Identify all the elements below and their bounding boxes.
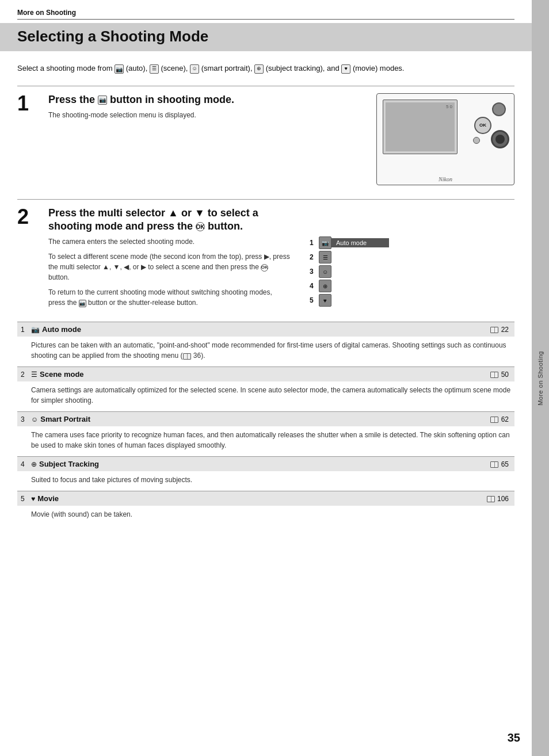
menu-icon-2: ☰: [319, 251, 331, 264]
ok-button: OK: [474, 117, 491, 134]
side-tab: More on Shooting: [532, 0, 549, 756]
table-icon-2: ☰: [31, 371, 37, 379]
table-num-3: 3: [17, 415, 31, 423]
table-row-1: 1 📷 Auto mode 22 Pictures can be taken w…: [17, 322, 514, 366]
table-body-2: Camera settings are automatically optimi…: [17, 381, 514, 411]
camera-screen-inner: 5 0: [386, 102, 455, 151]
step-1-heading: Press the 📷 button in shooting mode.: [48, 93, 290, 106]
menu-diagram: 1 📷 Auto mode 2 ☰ 3 ☺ 4: [310, 236, 389, 308]
table-num-1: 1: [17, 326, 31, 334]
table-label-3: Smart Portrait: [40, 415, 490, 423]
table-header-row-1: 1 📷 Auto mode 22: [17, 322, 514, 337]
step-1-image: 5 0 OK Nikon: [376, 93, 514, 185]
table-page-2: 50: [490, 371, 514, 379]
top-header-text: More on Shooting: [17, 9, 76, 17]
table-header-row-4: 4 ⊕ Subject Tracking 65: [17, 457, 514, 471]
table-body-1: Pictures can be taken with an automatic,…: [17, 337, 514, 366]
camera-lens: [491, 130, 509, 148]
modes-table: 1 📷 Auto mode 22 Pictures can be taken w…: [17, 322, 514, 525]
step-2-desc2: To select a different scene mode (the se…: [48, 251, 290, 282]
step-1-description: The shooting-mode selection menu is disp…: [48, 110, 290, 120]
ok-icon-2: OK: [261, 264, 268, 272]
page-number: 35: [508, 731, 520, 744]
table-row-2: 2 ☰ Scene mode 50 Camera settings are au…: [17, 366, 514, 411]
menu-row-3: 3 ☺: [310, 265, 389, 278]
table-row-3: 3 ☺ Smart Portrait 62 The camera uses fa…: [17, 411, 514, 456]
menu-row-5: 5 ♥: [310, 294, 389, 307]
table-icon-5: ♥: [31, 495, 35, 503]
step-1-content: Press the 📷 button in shooting mode. The…: [48, 93, 371, 185]
table-header-row-3: 3 ☺ Smart Portrait 62: [17, 412, 514, 426]
table-page-5: 106: [487, 495, 514, 503]
table-body-5: Movie (with sound) can be taken.: [17, 506, 514, 525]
menu-row-4: 4 ⊕: [310, 280, 389, 292]
step-2-number: 2: [17, 207, 40, 308]
table-page-1: 22: [490, 326, 514, 334]
menu-num-5: 5: [310, 296, 319, 304]
step-1: 1 Press the 📷 button in shooting mode. T…: [17, 86, 514, 185]
camera-diagram: 5 0 OK Nikon: [376, 93, 514, 185]
table-body-4: Suited to focus and take pictures of mov…: [17, 471, 514, 491]
step-2-desc3: To return to the current shooting mode w…: [48, 287, 290, 308]
menu-num-3: 3: [310, 268, 319, 276]
menu-icon-1: 📷: [319, 236, 331, 249]
step-2-heading: Press the multi selector ▲ or ▼ to selec…: [48, 207, 290, 234]
table-label-1: Auto mode: [42, 325, 490, 334]
nikon-label: Nikon: [439, 176, 452, 182]
table-row-5: 5 ♥ Movie 106 Movie (with sound) can be …: [17, 491, 514, 525]
menu-icon-4: ⊕: [319, 280, 331, 292]
menu-num-1: 1: [310, 239, 319, 247]
step-2: 2 Press the multi selector ▲ or ▼ to sel…: [17, 199, 514, 308]
table-body-3: The camera uses face priority to recogni…: [17, 426, 514, 456]
camera-screen: 5 0: [383, 100, 458, 154]
menu-row-2: 2 ☰: [310, 251, 389, 264]
top-header: More on Shooting: [17, 8, 514, 20]
menu-icon-3: ☺: [319, 265, 331, 278]
page-title: Selecting a Shooting Mode: [17, 28, 514, 45]
step-2-content: Press the multi selector ▲ or ▼ to selec…: [48, 207, 514, 308]
mode-dial: [492, 102, 506, 116]
step-2-desc1: The camera enters the selected shooting …: [48, 236, 290, 247]
page-title-section: Selecting a Shooting Mode: [0, 23, 532, 51]
table-row-4: 4 ⊕ Subject Tracking 65 Suited to focus …: [17, 456, 514, 491]
table-icon-1: 📷: [31, 326, 40, 334]
menu-num-4: 4: [310, 282, 319, 290]
menu-icon-5: ♥: [319, 294, 331, 307]
table-label-4: Subject Tracking: [39, 460, 490, 468]
table-label-2: Scene mode: [40, 370, 490, 379]
side-tab-label: More on Shooting: [537, 351, 544, 406]
table-icon-3: ☺: [31, 415, 38, 423]
step-2-text: The camera enters the selected shooting …: [48, 236, 302, 308]
table-icon-4: ⊕: [31, 460, 37, 468]
book-icon-2: [490, 372, 498, 378]
step-2-body: The camera enters the selected shooting …: [48, 236, 514, 308]
table-page-3: 62: [490, 415, 514, 423]
table-num-4: 4: [17, 460, 31, 468]
table-page-4: 65: [490, 460, 514, 468]
menu-row-1: 1 📷 Auto mode: [310, 236, 389, 249]
book-icon-3: [490, 417, 498, 423]
intro-paragraph: Select a shooting mode from 📷 (auto), ☰ …: [17, 63, 489, 74]
ok-icon: OK: [196, 222, 205, 231]
book-icon-1b: [183, 353, 191, 360]
table-header-row-2: 2 ☰ Scene mode 50: [17, 367, 514, 381]
book-icon-1: [490, 327, 498, 333]
table-header-row-5: 5 ♥ Movie 106: [17, 491, 514, 506]
menu-label-1: Auto mode: [331, 238, 389, 247]
table-num-5: 5: [17, 495, 31, 503]
book-icon-5: [487, 496, 495, 502]
menu-num-2: 2: [310, 253, 319, 261]
table-num-2: 2: [17, 371, 31, 379]
book-icon-4: [490, 461, 498, 468]
table-label-5: Movie: [37, 494, 487, 503]
step-1-number: 1: [17, 93, 40, 185]
